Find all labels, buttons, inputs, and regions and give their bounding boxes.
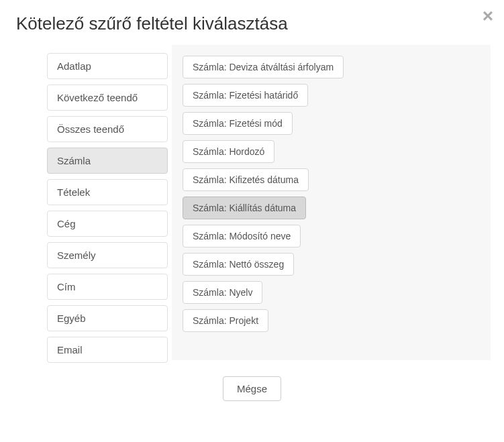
filter-projekt[interactable]: Számla: Projekt: [183, 309, 268, 332]
modal-footer: Mégse: [0, 360, 504, 415]
category-szamla[interactable]: Számla: [47, 148, 168, 174]
category-adatlap[interactable]: Adatlap: [47, 53, 168, 79]
filter-netto-osszeg[interactable]: Számla: Nettó összeg: [183, 253, 294, 276]
category-osszes-teendo[interactable]: Összes teendő: [47, 116, 168, 142]
category-email[interactable]: Email: [47, 337, 168, 363]
filter-fizetesi-mod[interactable]: Számla: Fizetési mód: [183, 112, 293, 135]
filter-panel[interactable]: Számla: Deviza átváltási árfolyam Számla…: [172, 45, 491, 360]
category-cim[interactable]: Cím: [47, 274, 168, 300]
category-list: Adatlap Következő teendő Összes teendő S…: [13, 45, 168, 360]
category-tetelek[interactable]: Tételek: [47, 179, 168, 205]
category-szemely[interactable]: Személy: [47, 242, 168, 268]
cancel-button[interactable]: Mégse: [223, 376, 281, 401]
filter-hordozo[interactable]: Számla: Hordozó: [183, 140, 274, 163]
modal-header: Kötelező szűrő feltétel kiválasztása ×: [0, 0, 504, 45]
filter-nyelv[interactable]: Számla: Nyelv: [183, 281, 262, 304]
category-ceg[interactable]: Cég: [47, 211, 168, 237]
filter-kiallitas-datuma[interactable]: Számla: Kiállítás dátuma: [183, 197, 306, 219]
filter-modosito-neve[interactable]: Számla: Módosító neve: [183, 225, 301, 247]
filter-kifizetes-datuma[interactable]: Számla: Kifizetés dátuma: [183, 168, 309, 191]
filter-modal: Kötelező szűrő feltétel kiválasztása × A…: [0, 0, 504, 442]
category-egyeb[interactable]: Egyéb: [47, 305, 168, 331]
modal-title: Kötelező szűrő feltétel kiválasztása: [16, 13, 488, 34]
filter-fizetesi-hatarido[interactable]: Számla: Fizetési határidő: [183, 84, 308, 107]
close-button[interactable]: ×: [483, 7, 493, 25]
category-kovetkezo-teendo[interactable]: Következő teendő: [47, 85, 168, 111]
filter-deviza-atvaltasi-arfolyam[interactable]: Számla: Deviza átváltási árfolyam: [183, 56, 344, 78]
modal-body: Adatlap Következő teendő Összes teendő S…: [0, 45, 504, 360]
